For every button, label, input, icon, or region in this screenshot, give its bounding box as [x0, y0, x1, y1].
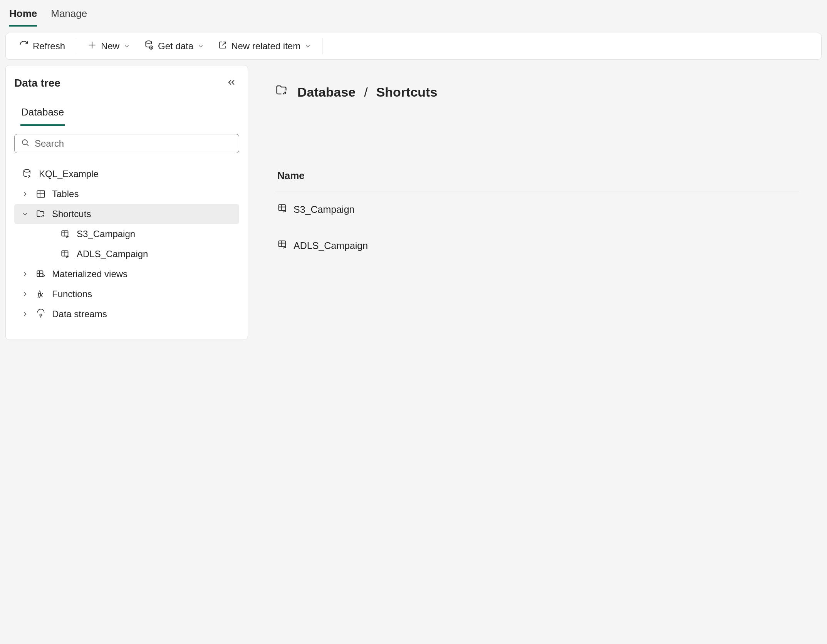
table-row[interactable]: ADLS_Campaign [275, 227, 798, 264]
toolbar-divider [322, 38, 322, 54]
plus-icon [87, 40, 97, 52]
toolbar: Refresh New Get data New related item [5, 33, 822, 60]
svg-point-9 [40, 314, 42, 316]
new-related-label: New related item [231, 41, 300, 52]
svg-point-3 [24, 169, 30, 172]
column-header-name[interactable]: Name [275, 170, 798, 191]
sidebar-sub-tab-database[interactable]: Database [20, 102, 65, 126]
table-icon [36, 189, 46, 199]
table-shortcut-icon [60, 249, 70, 259]
chevron-double-left-icon [226, 82, 237, 89]
get-data-label: Get data [158, 41, 193, 52]
row-label: S3_Campaign [294, 204, 354, 215]
data-tree: KQL_Example Tables Shortcuts [14, 164, 239, 324]
tree-node-data-streams[interactable]: Data streams [14, 304, 239, 324]
tree-label: Materialized views [52, 269, 127, 279]
table-shortcut-icon [277, 203, 288, 216]
tree-node-functions[interactable]: fx Functions [14, 284, 239, 304]
database-shortcut-icon [22, 169, 33, 179]
table-shortcut-icon [60, 229, 70, 239]
content-pane: Database / Shortcuts Name S3_Campaign AD… [248, 65, 822, 340]
chevron-down-icon [197, 43, 204, 50]
svg-text:fx: fx [37, 290, 43, 298]
collapse-sidebar-button[interactable] [224, 75, 239, 92]
tree-label: S3_Campaign [77, 229, 135, 239]
svg-rect-6 [62, 251, 68, 256]
refresh-icon [19, 40, 29, 52]
svg-point-0 [146, 41, 151, 43]
function-icon: fx [36, 289, 46, 299]
chevron-down-icon [20, 210, 30, 218]
tree-label: Tables [52, 189, 79, 199]
tree-node-tables[interactable]: Tables [14, 184, 239, 204]
new-related-button[interactable]: New related item [213, 37, 317, 55]
open-external-icon [218, 40, 227, 52]
folder-shortcut-icon [36, 209, 46, 219]
chevron-right-icon [20, 190, 30, 198]
sidebar-title: Data tree [14, 77, 60, 89]
refresh-button[interactable]: Refresh [13, 37, 70, 55]
app-tabs: Home Manage [0, 0, 827, 27]
sidebar: Data tree Database KQL_Example [5, 65, 248, 340]
tree-leaf-adls-campaign[interactable]: ADLS_Campaign [14, 244, 239, 264]
breadcrumb-separator: / [364, 85, 367, 100]
search-input[interactable] [35, 138, 233, 149]
chevron-down-icon [123, 43, 130, 50]
refresh-label: Refresh [33, 41, 65, 52]
svg-rect-4 [37, 191, 45, 197]
materialized-view-icon [36, 269, 46, 279]
tree-label: Shortcuts [52, 209, 91, 219]
search-icon [21, 138, 30, 149]
folder-shortcut-icon [275, 84, 289, 100]
data-stream-icon [36, 309, 46, 319]
breadcrumb: Database / Shortcuts [275, 84, 798, 100]
toolbar-divider [76, 38, 76, 54]
chevron-down-icon [304, 43, 311, 50]
tree-root-label: KQL_Example [39, 169, 99, 179]
new-button[interactable]: New [82, 37, 136, 55]
tab-home[interactable]: Home [9, 5, 37, 27]
tree-node-materialized-views[interactable]: Materialized views [14, 264, 239, 284]
search-box[interactable] [14, 134, 239, 153]
breadcrumb-shortcuts: Shortcuts [376, 85, 438, 100]
tree-root-database[interactable]: KQL_Example [14, 164, 239, 184]
tree-label: Data streams [52, 309, 107, 319]
svg-point-2 [22, 140, 27, 145]
chevron-right-icon [20, 310, 30, 318]
svg-rect-10 [279, 205, 286, 211]
table-shortcut-icon [277, 239, 288, 252]
tree-node-shortcuts[interactable]: Shortcuts [14, 204, 239, 224]
table-row[interactable]: S3_Campaign [275, 191, 798, 227]
breadcrumb-database[interactable]: Database [297, 85, 356, 100]
new-label: New [101, 41, 119, 52]
svg-rect-5 [62, 231, 68, 236]
row-label: ADLS_Campaign [294, 240, 368, 251]
get-data-button[interactable]: Get data [139, 37, 210, 55]
tree-label: ADLS_Campaign [77, 249, 148, 259]
tree-leaf-s3-campaign[interactable]: S3_Campaign [14, 224, 239, 244]
tree-label: Functions [52, 289, 92, 299]
chevron-right-icon [20, 270, 30, 278]
svg-rect-7 [37, 271, 43, 276]
chevron-right-icon [20, 290, 30, 298]
svg-rect-11 [279, 241, 286, 247]
tab-manage[interactable]: Manage [51, 5, 87, 27]
database-download-icon [144, 40, 154, 52]
